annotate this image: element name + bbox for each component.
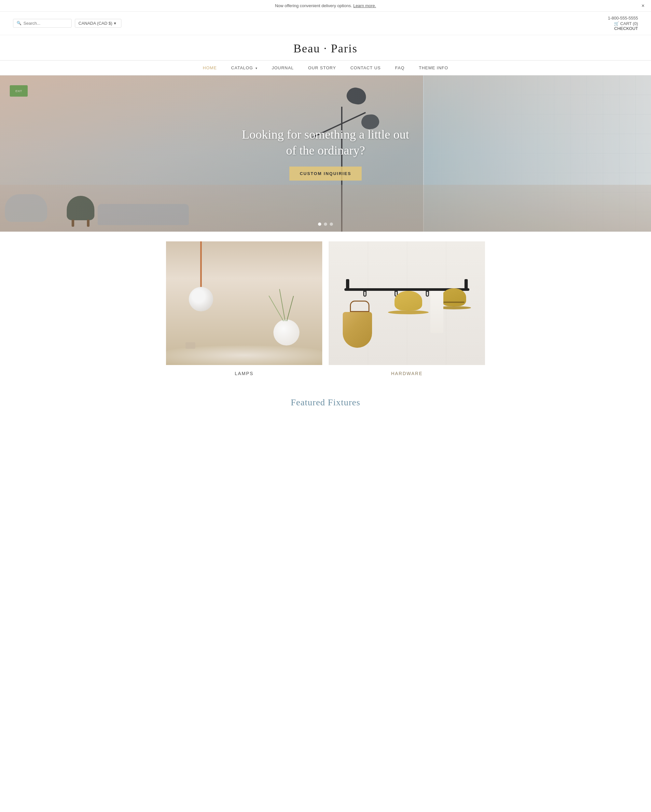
catalog-dropdown-arrow: ▾ <box>255 66 257 70</box>
pendant-bulb <box>189 287 213 311</box>
utility-left: 🔍 CANADA (CAD $) ▾ <box>13 19 121 27</box>
lamps-label: LAMPS <box>166 365 322 378</box>
currency-label: CANADA (CAD $) <box>78 21 112 26</box>
checkout-link[interactable]: CHECKOUT <box>614 26 638 31</box>
bag-body <box>343 312 372 348</box>
category-card-lamps[interactable]: LAMPS <box>166 241 322 378</box>
hat-2 <box>442 288 466 306</box>
search-input[interactable] <box>23 21 68 26</box>
bracket-left <box>346 279 349 289</box>
nav-link-journal[interactable]: JOURNAL <box>264 61 301 75</box>
hat-1 <box>394 291 422 310</box>
hook-3 <box>426 291 429 297</box>
currency-selector[interactable]: CANADA (CAD $) ▾ <box>75 19 121 27</box>
hero-content: Looking for something a little out of th… <box>0 75 651 232</box>
category-card-hardware[interactable]: HARDWARE <box>329 241 485 378</box>
slider-dot-1[interactable] <box>318 223 321 226</box>
lamps-background <box>166 241 322 365</box>
phone-number: 1-800-555-5555 <box>608 15 638 20</box>
nav-item-journal: JOURNAL <box>264 61 301 75</box>
cart-icon: 🛒 <box>614 21 619 26</box>
slider-dot-2[interactable] <box>324 223 327 226</box>
nav-link-catalog[interactable]: CATALOG ▾ <box>224 61 264 75</box>
stem-2 <box>286 296 294 321</box>
nav-link-theme-info[interactable]: THEME INFO <box>412 61 455 75</box>
announcement-text: Now offering convenient delivery options… <box>275 3 352 8</box>
slider-dots <box>318 223 333 226</box>
search-box[interactable]: 🔍 <box>13 19 72 27</box>
nav-link-home[interactable]: HOME <box>196 61 224 75</box>
hero-cta-button[interactable]: CUSTOM INQUIRIES <box>289 166 362 180</box>
hero-heading: Looking for something a little out of th… <box>241 127 410 159</box>
lamps-image <box>166 241 322 365</box>
featured-title: Featured Fixtures <box>13 397 638 408</box>
nav-item-our-story: OUR STORY <box>301 61 344 75</box>
hook-1 <box>363 291 367 297</box>
hardware-background <box>329 241 485 365</box>
white-garment <box>430 291 443 333</box>
vase-plants <box>270 288 303 345</box>
nav-item-faq: FAQ <box>388 61 412 75</box>
hero-section: EXIT Looking for something a little out … <box>0 75 651 232</box>
bag-handles <box>350 301 370 312</box>
hat-brim-1 <box>388 310 429 314</box>
cart-checkout: 🛒 CART (0) CHECKOUT <box>614 21 638 31</box>
category-section: LAMPS <box>0 232 651 388</box>
announcement-bar: Now offering convenient delivery options… <box>0 0 651 12</box>
nav-item-catalog: CATALOG ▾ <box>224 61 264 75</box>
bracket-right <box>465 279 468 289</box>
nav-item-contact: CONTACT US <box>343 61 388 75</box>
nav-list: HOME CATALOG ▾ JOURNAL OUR STORY CONTACT… <box>0 61 651 75</box>
slider-dot-3[interactable] <box>330 223 333 226</box>
pendant-lamp <box>189 241 213 311</box>
table-object <box>185 342 195 349</box>
straw-bag <box>348 301 372 348</box>
pendant-cord <box>200 241 202 267</box>
hat-band <box>443 302 465 303</box>
announcement-link[interactable]: Learn more. <box>353 3 376 8</box>
hat-crown-2 <box>442 288 466 306</box>
featured-section: Featured Fixtures <box>0 388 651 414</box>
nav-link-our-story[interactable]: OUR STORY <box>301 61 344 75</box>
utility-right: 1-800-555-5555 🛒 CART (0) CHECKOUT <box>608 15 638 31</box>
nav-link-contact[interactable]: CONTACT US <box>343 61 388 75</box>
pendant-cylinder <box>200 267 202 287</box>
cart-label: CART (0) <box>620 21 638 26</box>
hat-crown-1 <box>394 291 422 310</box>
nav-item-home: HOME <box>196 61 224 75</box>
nav-item-theme-info: THEME INFO <box>412 61 455 75</box>
hardware-label: HARDWARE <box>329 365 485 378</box>
cart-link[interactable]: 🛒 CART (0) <box>614 21 638 26</box>
vase-sphere <box>274 319 300 345</box>
announcement-close-button[interactable]: × <box>642 3 645 9</box>
currency-dropdown-arrow: ▾ <box>114 21 116 26</box>
site-logo[interactable]: Beau · Paris <box>13 42 638 55</box>
search-icon: 🔍 <box>17 21 21 26</box>
logo-area: Beau · Paris <box>0 35 651 60</box>
nav-link-faq[interactable]: FAQ <box>388 61 412 75</box>
hardware-image <box>329 241 485 365</box>
main-navigation: HOME CATALOG ▾ JOURNAL OUR STORY CONTACT… <box>0 60 651 75</box>
plant-stems <box>270 288 303 321</box>
utility-bar: 🔍 CANADA (CAD $) ▾ 1-800-555-5555 🛒 CART… <box>0 12 651 35</box>
